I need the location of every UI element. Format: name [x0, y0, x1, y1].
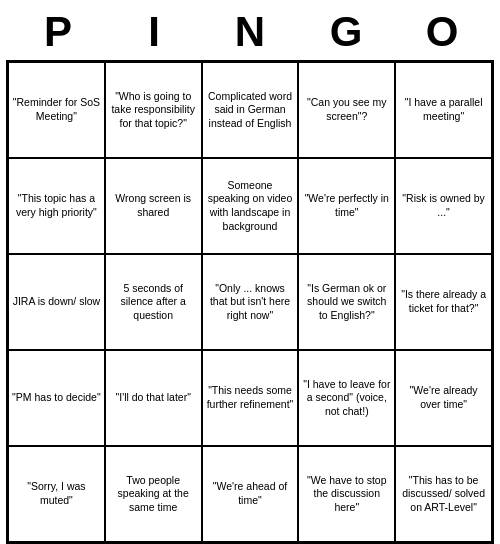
bingo-cell[interactable]: Someone speaking on video with landscape… [202, 158, 299, 254]
bingo-cell[interactable]: "I'll do that later" [105, 350, 202, 446]
bingo-cell[interactable]: "Is there already a ticket for that?" [395, 254, 492, 350]
title-g: G [310, 8, 382, 56]
bingo-title: P I N G O [10, 0, 490, 60]
bingo-cell[interactable]: "This has to be discussed/ solved on ART… [395, 446, 492, 542]
bingo-cell[interactable]: "PM has to decide" [8, 350, 105, 446]
bingo-cell[interactable]: JIRA is down/ slow [8, 254, 105, 350]
bingo-cell[interactable]: "I have to leave for a second" (voice, n… [298, 350, 395, 446]
bingo-grid: "Reminder for SoS Meeting""Who is going … [6, 60, 494, 544]
bingo-cell[interactable]: "This topic has a very high priority" [8, 158, 105, 254]
bingo-cell[interactable]: "We're already over time" [395, 350, 492, 446]
bingo-cell[interactable]: "Only ... knows that but isn't here righ… [202, 254, 299, 350]
bingo-cell[interactable]: Complicated word said in German instead … [202, 62, 299, 158]
bingo-cell[interactable]: 5 seconds of silence after a question [105, 254, 202, 350]
bingo-cell[interactable]: "Reminder for SoS Meeting" [8, 62, 105, 158]
bingo-cell[interactable]: "This needs some further refinement" [202, 350, 299, 446]
title-n: N [214, 8, 286, 56]
title-p: P [22, 8, 94, 56]
bingo-cell[interactable]: "Sorry, I was muted" [8, 446, 105, 542]
bingo-cell[interactable]: "Risk is owned by ..." [395, 158, 492, 254]
title-i: I [118, 8, 190, 56]
bingo-cell[interactable]: "Is German ok or should we switch to Eng… [298, 254, 395, 350]
bingo-cell[interactable]: "Can you see my screen"? [298, 62, 395, 158]
bingo-cell[interactable]: Two people speaking at the same time [105, 446, 202, 542]
bingo-cell[interactable]: Wrong screen is shared [105, 158, 202, 254]
bingo-cell[interactable]: "I have a parallel meeting" [395, 62, 492, 158]
bingo-cell[interactable]: "Who is going to take responsibility for… [105, 62, 202, 158]
bingo-cell[interactable]: "We're perfectly in time" [298, 158, 395, 254]
bingo-cell[interactable]: "We have to stop the discussion here" [298, 446, 395, 542]
bingo-cell[interactable]: "We're ahead of time" [202, 446, 299, 542]
title-o: O [406, 8, 478, 56]
